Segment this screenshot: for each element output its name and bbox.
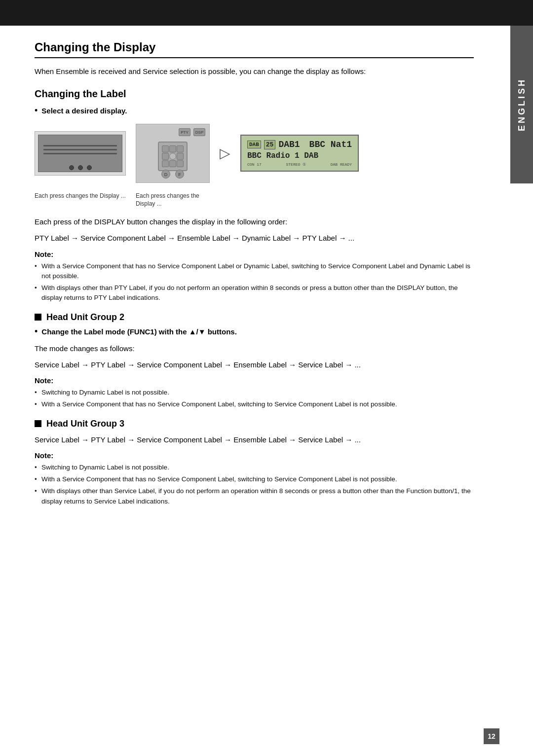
note2-list: Switching to Dynamic Label is not possib… — [35, 388, 474, 410]
square-bullet-icon — [35, 314, 41, 321]
dpad-bl — [162, 160, 169, 167]
note1-title: Note: — [35, 250, 474, 258]
dpad-down — [169, 160, 176, 167]
caption1: Each press changes the Display ... — [35, 192, 126, 209]
para4: Service Label → PTY Label → Service Comp… — [35, 434, 474, 445]
dpad-right — [177, 153, 184, 160]
mode-changes-intro: The mode changes as follows: — [35, 343, 474, 354]
note3-item3: With displays other than Service Label, … — [35, 486, 474, 506]
line2 — [43, 149, 117, 150]
page-title: Changing the Display — [35, 40, 474, 58]
head-unit-group3-label: Head Unit Group 3 — [46, 419, 124, 429]
note1-list: With a Service Component that has no Ser… — [35, 261, 474, 303]
note3: Note: Switching to Dynamic Label is not … — [35, 451, 474, 506]
head-unit-lines — [43, 145, 117, 157]
page-number: 12 — [484, 728, 499, 744]
note1-item2: With displays other than PTY Label, if y… — [35, 283, 474, 303]
bullet-change-label: • Change the Label mode (FUNC1) with the… — [35, 327, 474, 337]
device-images-row: PTY DSP D F — [35, 124, 474, 183]
dot3 — [87, 165, 92, 170]
sub-heading-label: Changing the Label — [35, 88, 474, 100]
top-bar — [0, 0, 533, 26]
head-unit-group3-heading: Head Unit Group 3 — [35, 419, 474, 429]
side-tab-label: ENGLISH — [517, 78, 527, 131]
caption2: Each press changes the Display ... — [136, 192, 210, 209]
display-status-left: CON 17 — [247, 162, 262, 167]
main-content: Changing the Display When Ensemble is re… — [0, 26, 533, 535]
display-indicator: DAB — [247, 141, 261, 148]
dsp-button: DSP — [193, 128, 205, 136]
display-line1: DAB 25 DAB1 BBC Nat1 — [247, 140, 352, 149]
dpad-up — [169, 145, 176, 152]
dot1 — [69, 165, 74, 170]
english-side-tab: ENGLISH — [510, 26, 533, 183]
note1-item1: With a Service Component that has no Ser… — [35, 261, 474, 282]
image-captions: Each press changes the Display ... Each … — [35, 192, 474, 209]
note3-item2: With a Service Component that has no Ser… — [35, 474, 474, 484]
note3-item1: Switching to Dynamic Label is not possib… — [35, 463, 474, 472]
dpad-left — [162, 153, 169, 160]
display-status-stereo: STEREO ① — [286, 162, 306, 167]
line1 — [43, 145, 117, 146]
dpad — [162, 145, 184, 167]
note2-title: Note: — [35, 376, 474, 385]
head-unit-group2-heading: Head Unit Group 2 — [35, 312, 474, 323]
para1: Each press of the DISPLAY button changes… — [35, 216, 474, 227]
line3 — [43, 153, 117, 154]
dpad-tl — [162, 145, 169, 152]
dot2 — [78, 165, 83, 170]
control-bottom-buttons: D F — [161, 170, 184, 179]
square-bullet-icon2 — [35, 420, 41, 427]
note2-item2: With a Service Component that has no Ser… — [35, 399, 474, 409]
note2-item1: Switching to Dynamic Label is not possib… — [35, 388, 474, 397]
bullet-dot: • — [35, 106, 38, 116]
display-line2: BBC Radio 1 DAB — [247, 151, 352, 160]
bullet-select-text: Select a desired display. — [41, 107, 127, 115]
dpad-area — [158, 142, 188, 171]
head-unit-image — [35, 131, 126, 176]
bullet-dot2: • — [35, 326, 38, 337]
head-unit-dots — [69, 165, 92, 170]
para3: Service Label → PTY Label → Service Comp… — [35, 359, 474, 370]
display-station: BBC Nat1 — [309, 140, 352, 149]
pty-button: PTY — [179, 128, 190, 136]
note3-list: Switching to Dynamic Label is not possib… — [35, 463, 474, 506]
intro-text: When Ensemble is received and Service se… — [35, 66, 474, 77]
bullet-change-text: Change the Label mode (FUNC1) with the ▲… — [41, 327, 237, 336]
head-unit-group2-label: Head Unit Group 2 — [46, 312, 124, 323]
dpad-br — [177, 160, 184, 167]
display-status-dab: DAB READY — [331, 162, 352, 167]
display-status-row: CON 17 STEREO ① DAB READY — [247, 162, 352, 167]
dpad-center — [169, 153, 176, 160]
dpad-tr — [177, 145, 184, 152]
para2: PTY Label → Service Component Label → En… — [35, 232, 474, 244]
note1: Note: With a Service Component that has … — [35, 250, 474, 303]
note2: Note: Switching to Dynamic Label is not … — [35, 376, 474, 410]
control-top-buttons: PTY DSP — [140, 128, 205, 136]
bullet-select-display: • Select a desired display. — [35, 107, 474, 116]
arrow-icon: ▷ — [220, 145, 230, 161]
d-button: D — [161, 170, 170, 179]
display-channel: 25 — [264, 140, 276, 149]
display-screen: DAB 25 DAB1 BBC Nat1 BBC Radio 1 DAB CON… — [240, 135, 359, 172]
note3-title: Note: — [35, 451, 474, 460]
control-panel-image: PTY DSP D F — [136, 124, 210, 183]
f-button: F — [175, 170, 184, 179]
display-dab1: DAB1 — [278, 140, 300, 149]
